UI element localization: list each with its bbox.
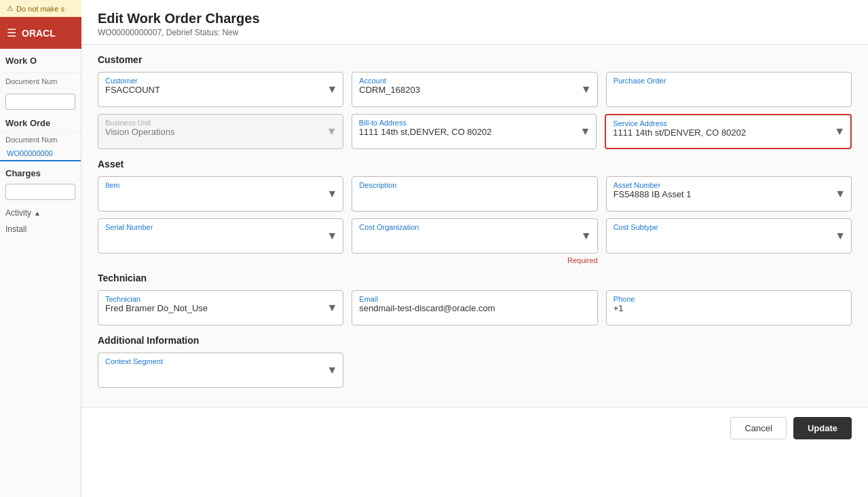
technician-dropdown-icon[interactable]: ▼ <box>326 302 337 314</box>
dialog-header: Edit Work Order Charges WO00000000007, D… <box>81 0 868 45</box>
install-item[interactable]: Install <box>0 220 81 237</box>
service-address-dropdown-icon[interactable]: ▼ <box>834 125 845 138</box>
cost-subtype-label: Cost Subtype <box>614 223 844 231</box>
cost-organization-field[interactable]: Cost Organization ▼ <box>352 218 597 254</box>
bill-to-address-value: 1111 14th st,DENVER, CO 80202 <box>359 127 590 137</box>
description-field[interactable]: Description <box>352 176 597 212</box>
asset-row-2: Serial Number ▼ Cost Organization ▼ Cost… <box>98 218 852 254</box>
asset-section-label: Asset <box>98 159 852 170</box>
customer-value: FSACCOUNT <box>105 85 336 95</box>
serial-number-dropdown-icon[interactable]: ▼ <box>326 230 337 242</box>
bill-to-address-dropdown-icon[interactable]: ▼ <box>580 125 591 138</box>
cost-subtype-dropdown-icon[interactable]: ▼ <box>835 230 846 242</box>
update-button[interactable]: Update <box>793 417 852 439</box>
email-label: Email <box>359 295 590 303</box>
asset-number-value: FS54888 IB Asset 1 <box>614 189 844 199</box>
customer-label: Customer <box>105 77 336 85</box>
doc-num-label-1: Document Num <box>0 73 81 90</box>
required-row: Required <box>98 256 852 264</box>
asset-number-label: Asset Number <box>614 181 844 189</box>
serial-number-label: Serial Number <box>105 223 336 231</box>
phone-label: Phone <box>614 295 844 303</box>
item-dropdown-icon[interactable]: ▼ <box>326 188 337 200</box>
work-order-nav-section: Work O <box>0 49 81 73</box>
customer-section-label: Customer <box>98 54 852 65</box>
oracle-logo: ORACL <box>22 28 56 39</box>
sidebar-header: ☰ ORACL <box>0 17 81 49</box>
sidebar: ⚠ Do not make s ☰ ORACL Work O Document … <box>0 0 81 497</box>
technician-row: Technician Fred Bramer Do_Not_Use ▼ Emai… <box>98 290 852 325</box>
context-segment-field[interactable]: Context Segment ▼ <box>98 353 343 388</box>
business-unit-field: Business Unit Vision Operations ▼ <box>98 114 343 149</box>
bill-to-address-label: Bill-to Address <box>359 119 590 127</box>
dialog-footer: Cancel Update <box>81 407 868 449</box>
phone-value: +1 <box>614 303 844 313</box>
required-text: Required <box>352 256 597 264</box>
cost-subtype-field[interactable]: Cost Subtype ▼ <box>606 218 852 254</box>
technician-value: Fred Bramer Do_Not_Use <box>105 303 336 313</box>
dialog-subtitle: WO00000000007, Debrief Status: New <box>98 28 852 37</box>
account-label: Account <box>359 77 590 85</box>
additional-row: Context Segment ▼ <box>98 353 852 388</box>
dialog-body: Customer Customer FSACCOUNT ▼ Account CD… <box>81 45 868 407</box>
business-unit-dropdown-icon: ▼ <box>326 125 337 138</box>
service-address-value: 1111 14th st/DENVER, CO 80202 <box>613 127 844 138</box>
technician-label: Technician <box>105 295 336 303</box>
customer-row-2: Business Unit Vision Operations ▼ Bill-t… <box>98 114 852 149</box>
cost-organization-dropdown-icon[interactable]: ▼ <box>581 230 592 242</box>
warning-icon: ⚠ <box>7 4 14 13</box>
cost-organization-label: Cost Organization <box>359 223 590 231</box>
customer-dropdown-icon[interactable]: ▼ <box>326 83 337 96</box>
hamburger-icon[interactable]: ☰ <box>7 26 16 39</box>
item-label: Item <box>105 181 336 189</box>
service-address-label: Service Address <box>613 119 844 127</box>
context-segment-label: Context Segment <box>105 357 336 365</box>
service-address-field[interactable]: Service Address 1111 14th st/DENVER, CO … <box>605 114 852 149</box>
serial-number-field[interactable]: Serial Number ▼ <box>98 218 343 254</box>
bill-to-address-field[interactable]: Bill-to Address 1111 14th st,DENVER, CO … <box>352 114 597 149</box>
dialog-title: Edit Work Order Charges <box>98 11 852 26</box>
email-field[interactable]: Email sendmail-test-discard@oracle.com <box>352 290 597 325</box>
account-value: CDRM_168203 <box>359 85 590 95</box>
activity-item[interactable]: Activity ▲ <box>0 203 81 220</box>
phone-field[interactable]: Phone +1 <box>606 290 852 325</box>
technician-field[interactable]: Technician Fred Bramer Do_Not_Use ▼ <box>98 290 343 325</box>
account-dropdown-icon[interactable]: ▼ <box>581 83 592 96</box>
email-value: sendmail-test-discard@oracle.com <box>359 303 590 313</box>
charges-label: Charges <box>0 161 81 181</box>
customer-row-1: Customer FSACCOUNT ▼ Account CDRM_168203… <box>98 72 852 107</box>
context-segment-dropdown-icon[interactable]: ▼ <box>326 364 337 376</box>
review-serv-button[interactable]: Review Serv <box>5 94 75 110</box>
chevron-up-icon: ▲ <box>34 210 41 217</box>
asset-number-field[interactable]: Asset Number FS54888 IB Asset 1 ▼ <box>606 176 852 212</box>
purchase-order-label: Purchase Order <box>614 77 844 85</box>
customer-field[interactable]: Customer FSACCOUNT ▼ <box>98 72 343 107</box>
item-field[interactable]: Item ▼ <box>98 176 343 212</box>
sidebar-warning: ⚠ Do not make s <box>0 0 81 17</box>
description-label: Description <box>359 181 590 189</box>
additional-info-section-label: Additional Information <box>98 335 852 346</box>
purchase-order-field[interactable]: Purchase Order <box>606 72 852 107</box>
account-field[interactable]: Account CDRM_168203 ▼ <box>352 72 597 107</box>
doc-num-label-2: Document Num <box>0 133 81 146</box>
asset-number-dropdown-icon[interactable]: ▼ <box>835 188 846 200</box>
work-order-nav-label: Work Orde <box>0 114 81 133</box>
wo-number-link[interactable]: WO00000000 <box>0 146 81 161</box>
cancel-button[interactable]: Cancel <box>730 417 786 439</box>
main-content: Edit Work Order Charges WO00000000007, D… <box>81 0 868 497</box>
business-unit-value: Vision Operations <box>105 127 336 137</box>
asset-row-1: Item ▼ Description Asset Number FS54888 … <box>98 176 852 212</box>
reprice-button[interactable]: Reprice <box>5 184 75 200</box>
technician-section-label: Technician <box>98 273 852 283</box>
business-unit-label: Business Unit <box>105 119 336 127</box>
warning-text: Do not make s <box>16 5 64 13</box>
